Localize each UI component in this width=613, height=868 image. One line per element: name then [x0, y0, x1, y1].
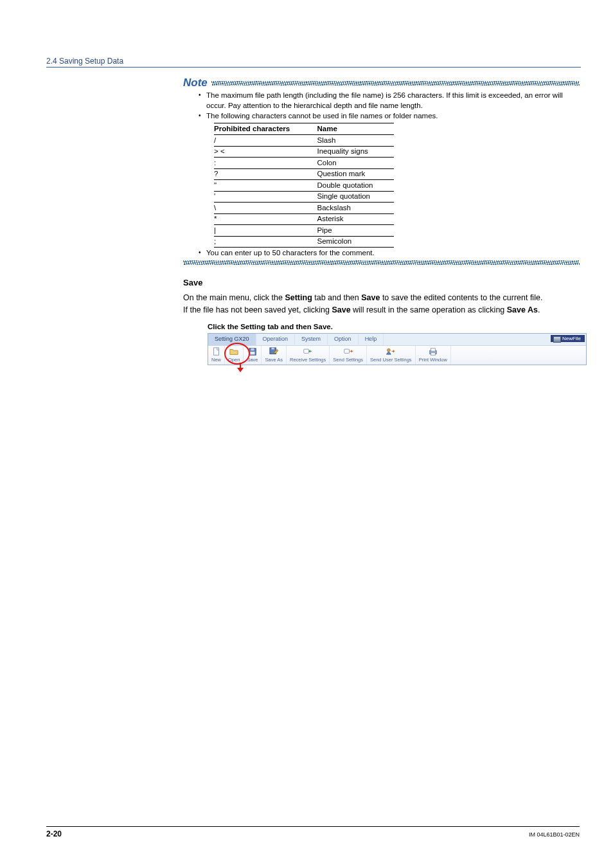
svg-rect-2	[251, 348, 254, 351]
table-row: "Double quotation	[214, 180, 394, 192]
svg-rect-10	[431, 348, 435, 351]
table-header: Name	[317, 123, 394, 135]
table-row: 'Single quotation	[214, 191, 394, 203]
save-button[interactable]: Save	[244, 346, 262, 365]
save-heading: Save	[183, 278, 580, 287]
receive-settings-button[interactable]: Receive Settings	[287, 346, 330, 365]
svg-rect-5	[272, 348, 274, 350]
save-as-button[interactable]: Save As	[262, 346, 287, 365]
svg-rect-3	[250, 352, 254, 354]
note-label: Note	[183, 77, 208, 89]
note-list: The maximum file path length (including …	[183, 91, 580, 258]
save-paragraph-2: If the file has not been saved yet, clic…	[183, 305, 580, 316]
table-row: |Pipe	[214, 225, 394, 237]
note-item: The following characters cannot be used …	[199, 111, 580, 248]
printer-icon	[429, 347, 438, 356]
document-id: IM 04L61B01-02EN	[529, 831, 580, 838]
tab-setting[interactable]: Setting GX20	[208, 334, 256, 345]
tab-help[interactable]: Help	[359, 334, 384, 345]
send-settings-button[interactable]: Send Settings	[330, 346, 367, 365]
new-button[interactable]: New	[208, 346, 225, 365]
table-row: \Backslash	[214, 203, 394, 214]
screenshot-caption: Click the Setting tab and then Save.	[208, 323, 580, 330]
floppy-disk-pencil-icon	[269, 347, 278, 356]
table-row: /Slash	[214, 135, 394, 147]
monitor-arrow-in-icon	[303, 347, 312, 356]
table-row: ?Question mark	[214, 168, 394, 180]
table-row: > <Inequality signs	[214, 146, 394, 158]
new-file-icon	[212, 347, 221, 356]
save-paragraph-1: On the main menu, click the Setting tab …	[183, 293, 580, 304]
note-hatching-top	[211, 81, 580, 86]
note-hatching-bottom	[183, 260, 580, 265]
svg-rect-7	[344, 349, 349, 353]
monitor-arrow-out-icon	[344, 347, 353, 356]
print-window-button[interactable]: Print Window	[416, 346, 451, 365]
floppy-disk-icon	[248, 347, 257, 356]
app-window-screenshot: Setting GX20 Operation System Option Hel…	[208, 333, 587, 365]
note-item: The maximum file path length (including …	[199, 91, 580, 111]
svg-rect-0	[213, 348, 218, 355]
svg-rect-6	[304, 349, 309, 353]
footer-rule	[46, 826, 580, 827]
svg-point-8	[387, 349, 391, 352]
user-arrow-out-icon	[386, 347, 395, 356]
tab-operation[interactable]: Operation	[256, 334, 296, 345]
send-user-settings-button[interactable]: Send User Settings	[367, 346, 416, 365]
folder-open-icon	[229, 347, 238, 356]
section-heading: 2.4 Saving Setup Data	[0, 0, 613, 66]
note-item: You can enter up to 50 characters for th…	[199, 248, 580, 258]
table-row: :Colon	[214, 158, 394, 169]
open-button[interactable]: Open	[225, 346, 244, 365]
tab-system[interactable]: System	[295, 334, 328, 345]
page-number: 2-20	[46, 829, 62, 838]
table-row: ;Semicolon	[214, 236, 394, 248]
section-rule	[46, 67, 581, 68]
newfile-badge: NewFile	[551, 335, 585, 342]
prohibited-characters-table: Prohibited characters Name /Slash > <Ine…	[214, 123, 394, 248]
table-header: Prohibited characters	[214, 123, 317, 135]
table-row: *Asterisk	[214, 213, 394, 225]
svg-rect-11	[431, 353, 435, 356]
tab-option[interactable]: Option	[328, 334, 359, 345]
